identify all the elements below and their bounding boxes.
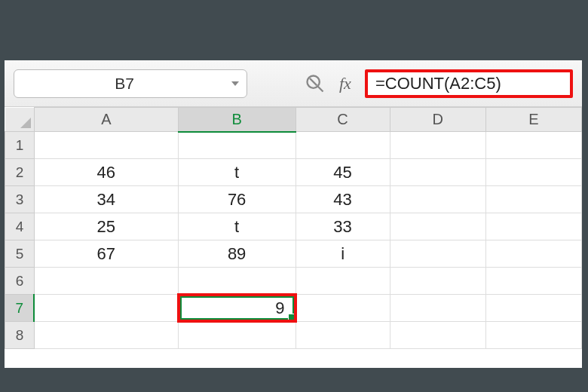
name-box[interactable]: B7 (14, 69, 247, 98)
row-header-3[interactable]: 3 (5, 186, 35, 213)
svg-line-1 (318, 86, 323, 91)
row-header-4[interactable]: 4 (5, 213, 35, 240)
cell-E5[interactable] (485, 240, 581, 268)
cell-C8[interactable] (296, 322, 390, 349)
col-header-A[interactable]: A (34, 108, 178, 132)
cell-D6[interactable] (390, 268, 485, 295)
cell-A2[interactable]: 46 (34, 159, 178, 186)
col-header-E[interactable]: E (485, 108, 581, 132)
sheet-grid[interactable]: ABCDE 1246t453347643425t3356789i6798 (5, 107, 582, 368)
cell-B5[interactable]: 89 (178, 240, 296, 268)
zoom-icon[interactable] (305, 73, 326, 94)
col-header-D[interactable]: D (390, 108, 485, 132)
cell-B4[interactable]: t (178, 213, 296, 240)
row-header-5[interactable]: 5 (5, 240, 35, 268)
active-cell-value: 9 (180, 296, 294, 320)
cell-A5[interactable]: 67 (34, 240, 178, 268)
col-header-B[interactable]: B (178, 108, 296, 132)
cell-A7[interactable] (34, 295, 178, 322)
sheet-table: ABCDE 1246t453347643425t3356789i6798 (5, 107, 582, 349)
cell-B3[interactable]: 76 (178, 186, 296, 213)
select-all-corner[interactable] (5, 108, 35, 132)
cell-E3[interactable] (485, 186, 581, 213)
formula-toolbar: B7 fx =COUNT(A2:C5) (5, 60, 582, 107)
cell-C3[interactable]: 43 (296, 186, 390, 213)
cell-B1[interactable] (178, 132, 296, 159)
cell-D7[interactable] (390, 295, 485, 322)
cell-D4[interactable] (390, 213, 485, 240)
cell-C6[interactable] (296, 268, 390, 295)
svg-line-2 (310, 78, 317, 85)
cell-A8[interactable] (34, 322, 178, 349)
formula-text: =COUNT(A2:C5) (375, 74, 501, 93)
cell-E1[interactable] (485, 132, 581, 159)
cell-B8[interactable] (178, 322, 296, 349)
row-header-6[interactable]: 6 (5, 268, 35, 295)
cell-E7[interactable] (485, 295, 581, 322)
cell-C7[interactable] (296, 295, 390, 322)
fx-icon[interactable]: fx (339, 74, 351, 93)
cell-B6[interactable] (178, 268, 296, 295)
col-header-C[interactable]: C (296, 108, 390, 132)
cell-A3[interactable]: 34 (34, 186, 178, 213)
name-box-value: B7 (22, 75, 227, 93)
chevron-down-icon[interactable] (231, 81, 239, 86)
cell-D1[interactable] (390, 132, 485, 159)
cell-E2[interactable] (485, 159, 581, 186)
cell-A1[interactable] (34, 132, 178, 159)
cell-E8[interactable] (485, 322, 581, 349)
row-header-2[interactable]: 2 (5, 159, 35, 186)
cell-A6[interactable] (34, 268, 178, 295)
row-header-8[interactable]: 8 (5, 322, 35, 349)
cell-D5[interactable] (390, 240, 485, 268)
cell-D3[interactable] (390, 186, 485, 213)
cell-A4[interactable]: 25 (34, 213, 178, 240)
cell-B2[interactable]: t (178, 159, 296, 186)
cell-D8[interactable] (390, 322, 485, 349)
cell-E6[interactable] (485, 268, 581, 295)
row-header-7[interactable]: 7 (5, 295, 35, 322)
cell-C5[interactable]: i (296, 240, 390, 268)
cell-B7[interactable]: 9 (178, 295, 296, 322)
cell-E4[interactable] (485, 213, 581, 240)
spreadsheet-window: B7 fx =COUNT(A2:C5) ABCDE 1246t4533476 (5, 60, 582, 368)
cell-C1[interactable] (296, 132, 390, 159)
cell-C2[interactable]: 45 (296, 159, 390, 186)
row-header-1[interactable]: 1 (5, 132, 35, 159)
formula-bar[interactable]: =COUNT(A2:C5) (365, 69, 573, 98)
cell-C4[interactable]: 33 (296, 213, 390, 240)
cell-D2[interactable] (390, 159, 485, 186)
